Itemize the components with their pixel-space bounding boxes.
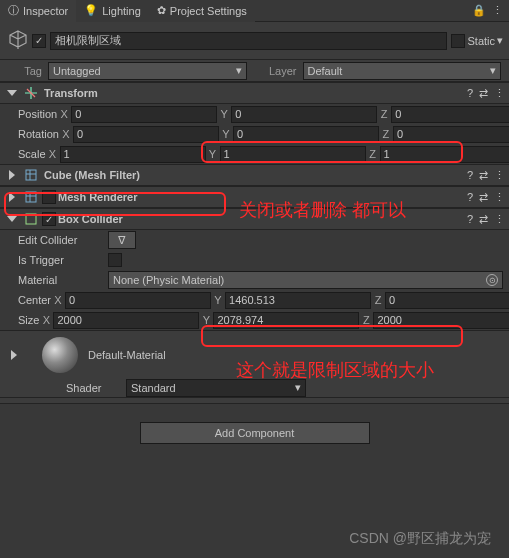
bulb-icon: 💡 bbox=[84, 4, 98, 17]
tab-label: Inspector bbox=[23, 5, 68, 17]
scale-label: Scale bbox=[18, 148, 46, 160]
component-title: Transform bbox=[44, 87, 467, 99]
pos-y[interactable] bbox=[231, 106, 377, 123]
shader-label: Shader bbox=[66, 382, 126, 394]
trigger-checkbox[interactable] bbox=[108, 253, 122, 267]
help-icon[interactable]: ? bbox=[467, 87, 473, 99]
physic-material-field[interactable]: None (Physic Material)⊙ bbox=[108, 271, 503, 289]
tab-inspector[interactable]: ⓘ Inspector bbox=[0, 0, 76, 22]
menu-icon[interactable]: ⋮ bbox=[494, 169, 505, 182]
tag-dropdown[interactable]: Untagged▾ bbox=[48, 62, 247, 80]
meshfilter-icon bbox=[23, 167, 39, 183]
chevron-down-icon: ▾ bbox=[490, 64, 496, 77]
tab-lighting[interactable]: 💡 Lighting bbox=[76, 0, 149, 22]
scl-y[interactable] bbox=[220, 146, 366, 163]
tab-label: Lighting bbox=[102, 5, 141, 17]
scl-z[interactable] bbox=[380, 146, 509, 163]
center-x[interactable] bbox=[65, 292, 211, 309]
svg-rect-0 bbox=[26, 170, 36, 180]
layer-dropdown[interactable]: Default▾ bbox=[303, 62, 502, 80]
chevron-down-icon: ▾ bbox=[236, 64, 242, 77]
material-preview-icon bbox=[42, 337, 78, 373]
lock-icon[interactable]: 🔒 bbox=[472, 4, 486, 17]
info-icon: ⓘ bbox=[8, 3, 19, 18]
component-title: Cube (Mesh Filter) bbox=[44, 169, 467, 181]
preset-icon[interactable]: ⇄ bbox=[479, 213, 488, 226]
active-checkbox[interactable]: ✓ bbox=[32, 34, 46, 48]
help-icon[interactable]: ? bbox=[467, 169, 473, 181]
expand-icon[interactable] bbox=[7, 216, 17, 222]
menu-icon[interactable]: ⋮ bbox=[494, 191, 505, 204]
tab-project-settings[interactable]: ✿ Project Settings bbox=[149, 0, 255, 22]
gameobject-icon bbox=[4, 27, 32, 55]
size-y[interactable] bbox=[213, 312, 359, 329]
component-title: Box Collider bbox=[58, 213, 467, 225]
object-picker-icon[interactable]: ⊙ bbox=[486, 274, 498, 286]
shader-dropdown[interactable]: Standard▾ bbox=[126, 379, 306, 397]
expand-icon[interactable] bbox=[9, 192, 15, 202]
chevron-down-icon[interactable]: ▾ bbox=[497, 34, 503, 47]
tab-label: Project Settings bbox=[170, 5, 247, 17]
chevron-down-icon: ▾ bbox=[295, 381, 301, 394]
static-checkbox[interactable] bbox=[451, 34, 465, 48]
add-component-button[interactable]: Add Component bbox=[140, 422, 370, 444]
preset-icon[interactable]: ⇄ bbox=[479, 191, 488, 204]
help-icon[interactable]: ? bbox=[467, 191, 473, 203]
center-label: Center bbox=[18, 294, 51, 306]
material-name: Default-Material bbox=[88, 349, 166, 361]
help-icon[interactable]: ? bbox=[467, 213, 473, 225]
menu-icon[interactable]: ⋮ bbox=[492, 4, 503, 17]
component-title: Mesh Renderer bbox=[58, 191, 467, 203]
layer-label: Layer bbox=[247, 65, 297, 77]
watermark: CSDN @野区捕龙为宠 bbox=[349, 530, 491, 548]
transform-icon bbox=[23, 85, 39, 101]
svg-rect-2 bbox=[26, 214, 36, 224]
tag-label: Tag bbox=[8, 65, 42, 77]
size-x[interactable] bbox=[53, 312, 199, 329]
menu-icon[interactable]: ⋮ bbox=[494, 87, 505, 100]
preset-icon[interactable]: ⇄ bbox=[479, 169, 488, 182]
expand-icon[interactable] bbox=[11, 350, 17, 360]
preset-icon[interactable]: ⇄ bbox=[479, 87, 488, 100]
svg-rect-1 bbox=[26, 192, 36, 202]
rotation-label: Rotation bbox=[18, 128, 59, 140]
trigger-label: Is Trigger bbox=[18, 254, 108, 266]
rot-x[interactable] bbox=[73, 126, 219, 143]
expand-icon[interactable] bbox=[7, 90, 17, 96]
rot-z[interactable] bbox=[393, 126, 509, 143]
expand-icon[interactable] bbox=[9, 170, 15, 180]
boxcollider-icon bbox=[23, 211, 39, 227]
meshrenderer-icon bbox=[23, 189, 39, 205]
scl-x[interactable] bbox=[60, 146, 206, 163]
size-label: Size bbox=[18, 314, 39, 326]
position-label: Position bbox=[18, 108, 57, 120]
menu-icon[interactable]: ⋮ bbox=[494, 213, 505, 226]
renderer-enabled-checkbox[interactable] bbox=[42, 190, 56, 204]
material-label: Material bbox=[18, 274, 108, 286]
size-z[interactable] bbox=[373, 312, 509, 329]
pos-x[interactable] bbox=[71, 106, 217, 123]
gear-icon: ✿ bbox=[157, 4, 166, 17]
edit-collider-label: Edit Collider bbox=[18, 234, 108, 246]
gameobject-name-input[interactable] bbox=[50, 32, 447, 50]
edit-collider-button[interactable]: ᐁ bbox=[108, 231, 136, 249]
collider-enabled-checkbox[interactable]: ✓ bbox=[42, 212, 56, 226]
static-label: Static bbox=[467, 35, 495, 47]
center-y[interactable] bbox=[225, 292, 371, 309]
rot-y[interactable] bbox=[233, 126, 379, 143]
pos-z[interactable] bbox=[391, 106, 509, 123]
center-z[interactable] bbox=[385, 292, 509, 309]
